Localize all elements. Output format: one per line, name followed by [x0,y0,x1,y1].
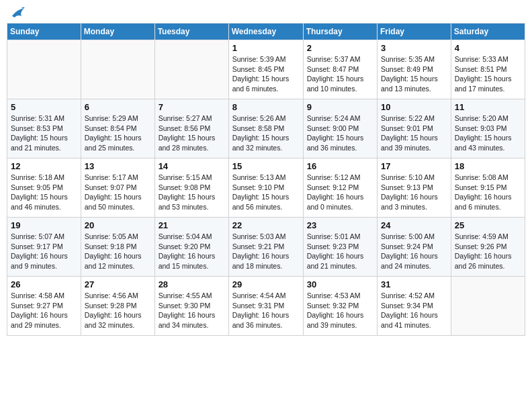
day-info: Sunrise: 5:05 AM Sunset: 9:18 PM Dayligh… [85,232,151,271]
day-number: 16 [307,161,373,171]
day-info: Sunrise: 4:54 AM Sunset: 9:31 PM Dayligh… [232,291,300,330]
calendar-week-row: 5Sunrise: 5:31 AM Sunset: 8:53 PM Daylig… [7,99,525,158]
day-number: 12 [11,161,77,171]
day-header-friday: Friday [378,24,451,40]
calendar-cell: 18Sunrise: 5:08 AM Sunset: 9:15 PM Dayli… [451,158,525,218]
calendar-cell: 31Sunrise: 4:52 AM Sunset: 9:34 PM Dayli… [378,277,451,336]
day-number: 13 [85,161,151,171]
day-info: Sunrise: 5:22 AM Sunset: 9:01 PM Dayligh… [381,113,447,153]
calendar-cell: 9Sunrise: 5:24 AM Sunset: 9:00 PM Daylig… [303,99,377,158]
day-number: 6 [85,102,151,112]
calendar-table: SundayMondayTuesdayWednesdayThursdayFrid… [7,23,525,336]
day-info: Sunrise: 5:24 AM Sunset: 9:00 PM Dayligh… [307,113,373,153]
day-info: Sunrise: 5:03 AM Sunset: 9:21 PM Dayligh… [232,232,300,271]
calendar-cell: 4Sunrise: 5:33 AM Sunset: 8:51 PM Daylig… [451,40,525,99]
calendar-cell [154,40,228,99]
day-info: Sunrise: 5:33 AM Sunset: 8:51 PM Dayligh… [455,54,521,94]
day-info: Sunrise: 4:59 AM Sunset: 9:26 PM Dayligh… [455,232,521,271]
day-number: 28 [159,279,225,289]
calendar-cell [451,277,525,336]
day-number: 26 [11,279,77,289]
day-header-thursday: Thursday [303,24,377,40]
day-info: Sunrise: 4:52 AM Sunset: 9:34 PM Dayligh… [381,291,447,330]
day-info: Sunrise: 4:56 AM Sunset: 9:28 PM Dayligh… [85,291,151,330]
calendar-cell: 23Sunrise: 5:01 AM Sunset: 9:23 PM Dayli… [303,218,377,277]
calendar-cell: 30Sunrise: 4:53 AM Sunset: 9:32 PM Dayli… [303,277,377,336]
calendar-cell: 28Sunrise: 4:55 AM Sunset: 9:30 PM Dayli… [154,277,228,336]
day-info: Sunrise: 5:15 AM Sunset: 9:08 PM Dayligh… [159,173,225,212]
calendar-cell: 13Sunrise: 5:17 AM Sunset: 9:07 PM Dayli… [81,158,154,218]
day-number: 7 [159,102,225,112]
day-number: 24 [381,220,447,230]
day-info: Sunrise: 5:13 AM Sunset: 9:10 PM Dayligh… [232,173,300,212]
day-number: 5 [11,102,77,112]
day-header-sunday: Sunday [7,24,81,40]
day-number: 21 [159,220,225,230]
day-info: Sunrise: 4:55 AM Sunset: 9:30 PM Dayligh… [159,291,225,330]
calendar-cell: 16Sunrise: 5:12 AM Sunset: 9:12 PM Dayli… [303,158,377,218]
day-number: 17 [381,161,447,171]
day-info: Sunrise: 5:31 AM Sunset: 8:53 PM Dayligh… [11,113,77,153]
day-info: Sunrise: 5:20 AM Sunset: 9:03 PM Dayligh… [455,113,521,153]
day-info: Sunrise: 5:01 AM Sunset: 9:23 PM Dayligh… [307,232,373,271]
calendar-cell: 24Sunrise: 5:00 AM Sunset: 9:24 PM Dayli… [378,218,451,277]
day-info: Sunrise: 5:10 AM Sunset: 9:13 PM Dayligh… [381,173,447,212]
calendar-week-row: 19Sunrise: 5:07 AM Sunset: 9:17 PM Dayli… [7,218,525,277]
calendar-cell: 7Sunrise: 5:27 AM Sunset: 8:56 PM Daylig… [154,99,228,158]
day-number: 3 [381,43,447,53]
day-number: 22 [232,220,300,230]
logo-bird-icon [11,7,26,19]
calendar-cell: 8Sunrise: 5:26 AM Sunset: 8:58 PM Daylig… [228,99,303,158]
calendar-cell: 1Sunrise: 5:39 AM Sunset: 8:45 PM Daylig… [228,40,303,99]
calendar-cell: 29Sunrise: 4:54 AM Sunset: 9:31 PM Dayli… [228,277,303,336]
calendar-cell: 11Sunrise: 5:20 AM Sunset: 9:03 PM Dayli… [451,99,525,158]
day-number: 1 [232,43,300,53]
day-info: Sunrise: 5:12 AM Sunset: 9:12 PM Dayligh… [307,173,373,212]
calendar-cell: 10Sunrise: 5:22 AM Sunset: 9:01 PM Dayli… [378,99,451,158]
day-number: 30 [307,279,373,289]
calendar-cell: 27Sunrise: 4:56 AM Sunset: 9:28 PM Dayli… [81,277,154,336]
calendar-cell [7,40,81,99]
day-header-saturday: Saturday [451,24,525,40]
day-info: Sunrise: 4:58 AM Sunset: 9:27 PM Dayligh… [11,291,77,330]
day-number: 10 [381,102,447,112]
day-info: Sunrise: 5:07 AM Sunset: 9:17 PM Dayligh… [11,232,77,271]
page-header [7,7,525,19]
day-info: Sunrise: 5:37 AM Sunset: 8:47 PM Dayligh… [307,54,373,94]
day-number: 4 [455,43,521,53]
day-info: Sunrise: 5:35 AM Sunset: 8:49 PM Dayligh… [381,54,447,94]
day-number: 19 [11,220,77,230]
day-info: Sunrise: 5:08 AM Sunset: 9:15 PM Dayligh… [455,173,521,212]
day-header-tuesday: Tuesday [154,24,228,40]
calendar-cell: 12Sunrise: 5:18 AM Sunset: 9:05 PM Dayli… [7,158,81,218]
day-number: 15 [232,161,300,171]
day-number: 31 [381,279,447,289]
calendar-week-row: 26Sunrise: 4:58 AM Sunset: 9:27 PM Dayli… [7,277,525,336]
calendar-cell: 19Sunrise: 5:07 AM Sunset: 9:17 PM Dayli… [7,218,81,277]
logo [9,7,26,19]
calendar-cell: 3Sunrise: 5:35 AM Sunset: 8:49 PM Daylig… [378,40,451,99]
day-number: 14 [159,161,225,171]
calendar-cell: 15Sunrise: 5:13 AM Sunset: 9:10 PM Dayli… [228,158,303,218]
calendar-cell [81,40,154,99]
day-number: 11 [455,102,521,112]
day-number: 25 [455,220,521,230]
day-number: 27 [85,279,151,289]
day-info: Sunrise: 5:17 AM Sunset: 9:07 PM Dayligh… [85,173,151,212]
day-header-wednesday: Wednesday [228,24,303,40]
calendar-cell: 20Sunrise: 5:05 AM Sunset: 9:18 PM Dayli… [81,218,154,277]
day-number: 23 [307,220,373,230]
day-info: Sunrise: 5:04 AM Sunset: 9:20 PM Dayligh… [159,232,225,271]
day-number: 20 [85,220,151,230]
day-info: Sunrise: 5:00 AM Sunset: 9:24 PM Dayligh… [381,232,447,271]
day-number: 2 [307,43,373,53]
calendar-cell: 5Sunrise: 5:31 AM Sunset: 8:53 PM Daylig… [7,99,81,158]
calendar-cell: 25Sunrise: 4:59 AM Sunset: 9:26 PM Dayli… [451,218,525,277]
day-header-monday: Monday [81,24,154,40]
calendar-cell: 17Sunrise: 5:10 AM Sunset: 9:13 PM Dayli… [378,158,451,218]
calendar-cell: 6Sunrise: 5:29 AM Sunset: 8:54 PM Daylig… [81,99,154,158]
day-info: Sunrise: 5:39 AM Sunset: 8:45 PM Dayligh… [232,54,300,94]
day-info: Sunrise: 5:29 AM Sunset: 8:54 PM Dayligh… [85,113,151,153]
day-info: Sunrise: 5:27 AM Sunset: 8:56 PM Dayligh… [159,113,225,153]
day-info: Sunrise: 4:53 AM Sunset: 9:32 PM Dayligh… [307,291,373,330]
